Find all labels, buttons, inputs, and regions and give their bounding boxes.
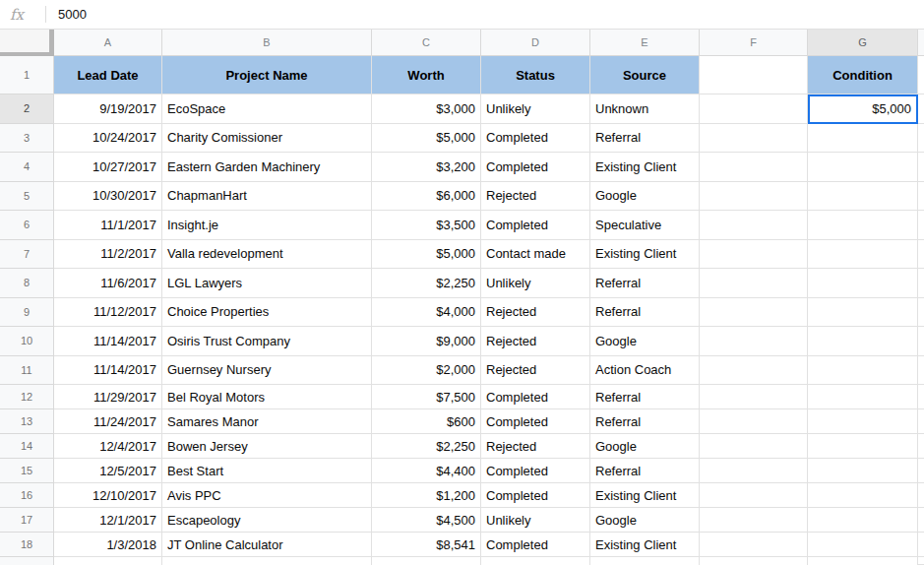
cell-E13[interactable]: Referral bbox=[590, 409, 700, 434]
cell-A4[interactable]: 10/27/2017 bbox=[54, 153, 162, 182]
cell-C4[interactable]: $3,200 bbox=[372, 153, 481, 182]
column-header-G[interactable]: G bbox=[808, 30, 918, 56]
cell-F15[interactable] bbox=[700, 459, 808, 483]
row-header-18[interactable]: 18 bbox=[0, 533, 54, 557]
cell-C7[interactable]: $5,000 bbox=[372, 240, 481, 270]
row-header-12[interactable]: 12 bbox=[0, 385, 54, 409]
cell-F8[interactable] bbox=[700, 269, 808, 298]
row-header-16[interactable]: 16 bbox=[0, 483, 54, 508]
cell-C16[interactable]: $1,200 bbox=[372, 483, 481, 508]
row-header-1[interactable]: 1 bbox=[0, 56, 54, 94]
cell-B18[interactable]: JT Online Calculator bbox=[162, 533, 372, 557]
cell-A6[interactable]: 11/1/2017 bbox=[54, 211, 162, 240]
cell-B13[interactable]: Samares Manor bbox=[162, 409, 372, 434]
cell-A16[interactable]: 12/10/2017 bbox=[54, 483, 162, 508]
cell-G2[interactable]: $5,000 bbox=[808, 94, 918, 124]
cell-A2[interactable]: 9/19/2017 bbox=[54, 94, 162, 124]
cell-E2[interactable]: Unknown bbox=[590, 94, 700, 124]
cell-D6[interactable]: Completed bbox=[481, 211, 590, 240]
cell-F16[interactable] bbox=[700, 483, 808, 508]
cell-F5[interactable] bbox=[700, 182, 808, 212]
row-header-6[interactable]: 6 bbox=[0, 211, 54, 240]
cell-D7[interactable]: Contact made bbox=[481, 240, 590, 270]
cell-G17[interactable] bbox=[808, 508, 918, 533]
cell-G8[interactable] bbox=[808, 269, 918, 298]
cell-A19[interactable] bbox=[54, 557, 162, 565]
cell-F3[interactable] bbox=[700, 124, 808, 154]
cell-C13[interactable]: $600 bbox=[372, 409, 481, 434]
cell-C5[interactable]: $6,000 bbox=[372, 182, 481, 212]
cell-G11[interactable] bbox=[808, 356, 918, 386]
cell-C1[interactable]: Worth bbox=[372, 56, 481, 94]
column-header-A[interactable]: A bbox=[54, 30, 162, 56]
cell-F2[interactable] bbox=[700, 94, 808, 124]
cell-A18[interactable]: 1/3/2018 bbox=[54, 533, 162, 557]
cell-C18[interactable]: $8,541 bbox=[372, 533, 481, 557]
cell-F12[interactable] bbox=[700, 385, 808, 409]
row-header-7[interactable]: 7 bbox=[0, 240, 54, 270]
cell-B8[interactable]: LGL Lawyers bbox=[162, 269, 372, 298]
cell-A9[interactable]: 11/12/2017 bbox=[54, 298, 162, 328]
cell-B5[interactable]: ChapmanHart bbox=[162, 182, 372, 212]
cell-A5[interactable]: 10/30/2017 bbox=[54, 182, 162, 212]
row-header-10[interactable]: 10 bbox=[0, 327, 54, 356]
cell-B1[interactable]: Project Name bbox=[162, 56, 372, 94]
cell-E9[interactable]: Referral bbox=[590, 298, 700, 328]
cell-E1[interactable]: Source bbox=[590, 56, 700, 94]
cell-F19[interactable] bbox=[700, 557, 808, 565]
cell-B2[interactable]: EcoSpace bbox=[162, 94, 372, 124]
cell-D18[interactable]: Completed bbox=[481, 533, 590, 557]
cell-E18[interactable]: Existing Client bbox=[590, 533, 700, 557]
cell-E17[interactable]: Google bbox=[590, 508, 700, 533]
cell-E15[interactable]: Referral bbox=[590, 459, 700, 483]
formula-bar-input[interactable]: 5000 bbox=[58, 7, 87, 22]
column-header-C[interactable]: C bbox=[372, 30, 481, 56]
cell-E8[interactable]: Referral bbox=[590, 269, 700, 298]
cell-D8[interactable]: Unlikely bbox=[481, 269, 590, 298]
cell-E14[interactable]: Google bbox=[590, 434, 700, 459]
cell-B6[interactable]: Insight.je bbox=[162, 211, 372, 240]
cell-D9[interactable]: Rejected bbox=[481, 298, 590, 328]
cell-G5[interactable] bbox=[808, 182, 918, 212]
cell-G16[interactable] bbox=[808, 483, 918, 508]
cell-F11[interactable] bbox=[700, 356, 808, 386]
cell-D13[interactable]: Completed bbox=[481, 409, 590, 434]
cell-B10[interactable]: Osiris Trust Company bbox=[162, 327, 372, 356]
cell-G13[interactable] bbox=[808, 409, 918, 434]
cell-B15[interactable]: Best Start bbox=[162, 459, 372, 483]
cell-E16[interactable]: Existing Client bbox=[590, 483, 700, 508]
cell-C2[interactable]: $3,000 bbox=[372, 94, 481, 124]
cell-C11[interactable]: $2,000 bbox=[372, 356, 481, 386]
cell-D14[interactable]: Rejected bbox=[481, 434, 590, 459]
cell-G1[interactable]: Condition bbox=[808, 56, 918, 94]
row-header-8[interactable]: 8 bbox=[0, 269, 54, 298]
cell-B11[interactable]: Guernsey Nursery bbox=[162, 356, 372, 386]
cell-C12[interactable]: $7,500 bbox=[372, 385, 481, 409]
cell-G4[interactable] bbox=[808, 153, 918, 182]
cell-B4[interactable]: Eastern Garden Machinery bbox=[162, 153, 372, 182]
cell-F18[interactable] bbox=[700, 533, 808, 557]
cell-E19[interactable] bbox=[590, 557, 700, 565]
row-header-4[interactable]: 4 bbox=[0, 153, 54, 182]
cell-D12[interactable]: Completed bbox=[481, 385, 590, 409]
cell-A10[interactable]: 11/14/2017 bbox=[54, 327, 162, 356]
cell-E7[interactable]: Existing Client bbox=[590, 240, 700, 270]
cell-E10[interactable]: Google bbox=[590, 327, 700, 356]
cell-D15[interactable]: Completed bbox=[481, 459, 590, 483]
cell-G7[interactable] bbox=[808, 240, 918, 270]
cell-E5[interactable]: Google bbox=[590, 182, 700, 212]
cell-F17[interactable] bbox=[700, 508, 808, 533]
cell-D2[interactable]: Unlikely bbox=[481, 94, 590, 124]
cell-A1[interactable]: Lead Date bbox=[54, 56, 162, 94]
cell-D10[interactable]: Rejected bbox=[481, 327, 590, 356]
cell-B9[interactable]: Choice Properties bbox=[162, 298, 372, 328]
cell-B3[interactable]: Charity Comissioner bbox=[162, 124, 372, 154]
cell-G3[interactable] bbox=[808, 124, 918, 154]
cell-G6[interactable] bbox=[808, 211, 918, 240]
row-header-14[interactable]: 14 bbox=[0, 434, 54, 459]
cell-D4[interactable]: Completed bbox=[481, 153, 590, 182]
row-header-11[interactable]: 11 bbox=[0, 356, 54, 386]
cell-F13[interactable] bbox=[700, 409, 808, 434]
cell-C10[interactable]: $9,000 bbox=[372, 327, 481, 356]
cell-C14[interactable]: $2,250 bbox=[372, 434, 481, 459]
